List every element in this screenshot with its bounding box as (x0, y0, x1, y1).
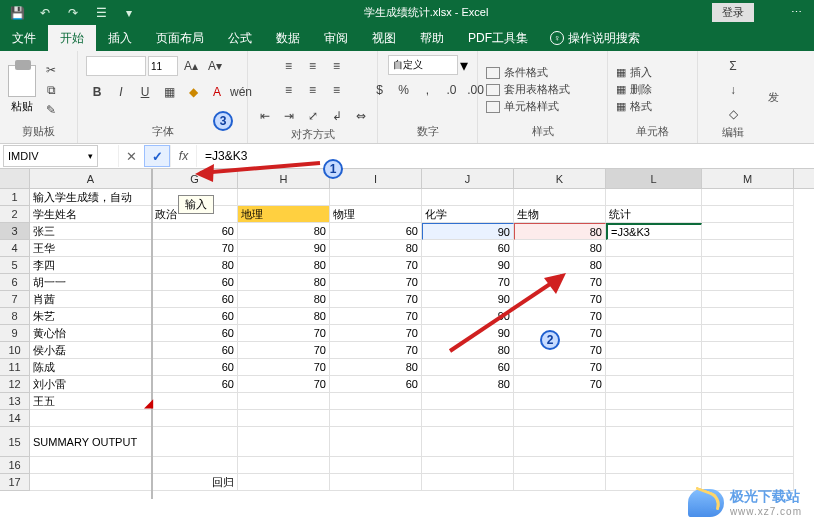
tab-file[interactable]: 文件 (0, 25, 48, 51)
svg-marker-1 (195, 164, 214, 182)
undo-icon[interactable]: ↶ (34, 3, 56, 23)
cell[interactable] (152, 457, 238, 474)
window-title: 学生成绩统计.xlsx - Excel (140, 5, 712, 20)
row-header[interactable]: 17 (0, 474, 30, 491)
watermark-logo-icon (688, 489, 724, 517)
cell[interactable]: 回归 (152, 474, 238, 491)
watermark-name: 极光下载站 (730, 488, 802, 506)
tab-home[interactable]: 开始 (48, 25, 96, 51)
ribbon-options-icon[interactable]: ⋯ (784, 6, 808, 19)
save-icon[interactable]: 💾 (6, 3, 28, 23)
tab-view[interactable]: 视图 (360, 25, 408, 51)
watermark: 极光下载站 www.xz7.com (688, 488, 802, 517)
login-button[interactable]: 登录 (712, 3, 754, 22)
annotation-badge-3: 3 (213, 111, 233, 131)
cell[interactable] (606, 457, 702, 474)
tab-pdf[interactable]: PDF工具集 (456, 25, 540, 51)
cell[interactable] (702, 457, 794, 474)
cell[interactable] (30, 457, 152, 474)
tell-me-search[interactable]: ♀ 操作说明搜索 (550, 30, 640, 47)
tab-review[interactable]: 审阅 (312, 25, 360, 51)
tab-formulas[interactable]: 公式 (216, 25, 264, 51)
tab-help[interactable]: 帮助 (408, 25, 456, 51)
tab-data[interactable]: 数据 (264, 25, 312, 51)
cell[interactable] (330, 474, 422, 491)
cell[interactable] (30, 474, 152, 491)
svg-line-0 (200, 163, 320, 173)
annotation-badge-1: 1 (323, 159, 343, 179)
qat-dropdown-icon[interactable]: ▾ (118, 3, 140, 23)
bulb-icon: ♀ (550, 31, 564, 45)
tab-insert[interactable]: 插入 (96, 25, 144, 51)
watermark-url: www.xz7.com (730, 506, 802, 517)
redo-icon[interactable]: ↷ (62, 3, 84, 23)
tell-me-label: 操作说明搜索 (568, 30, 640, 47)
cell[interactable] (514, 457, 606, 474)
cell[interactable] (330, 457, 422, 474)
cell[interactable] (238, 474, 330, 491)
cell[interactable] (514, 474, 606, 491)
tab-pagelayout[interactable]: 页面布局 (144, 25, 216, 51)
annotation-badge-2: 2 (540, 330, 560, 350)
row-header[interactable]: 16 (0, 457, 30, 474)
cell[interactable] (422, 474, 514, 491)
touch-icon[interactable]: ☰ (90, 3, 112, 23)
cell[interactable] (238, 457, 330, 474)
cell[interactable] (422, 457, 514, 474)
